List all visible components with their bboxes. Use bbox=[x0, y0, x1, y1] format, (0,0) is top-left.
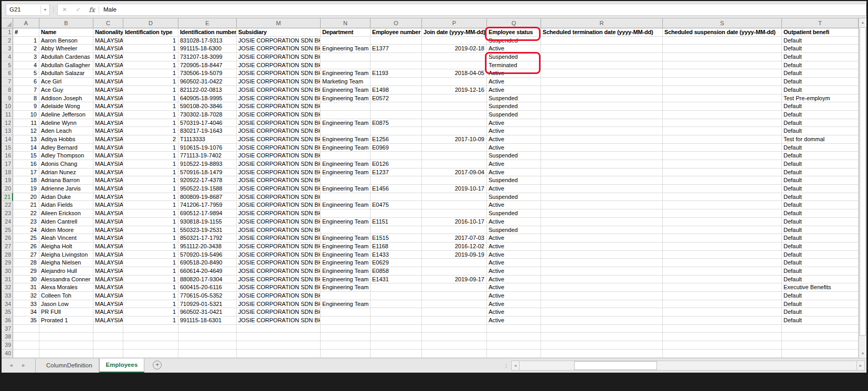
cell[interactable]: 4 bbox=[13, 61, 39, 70]
cell[interactable] bbox=[178, 350, 237, 358]
row-header[interactable]: 38 bbox=[2, 333, 13, 341]
cell[interactable]: 27 bbox=[13, 251, 39, 259]
row-header[interactable]: 25 bbox=[2, 226, 13, 235]
cell[interactable]: JOSIE CORPORATION SDN BHD bbox=[237, 185, 321, 193]
cell[interactable]: JOSIE CORPORATION SDN BHD bbox=[237, 53, 321, 61]
cell[interactable]: 991115-18-6300 bbox=[178, 45, 237, 53]
cell[interactable]: MALAYSIA bbox=[93, 127, 123, 135]
cell[interactable]: 831028-17-9313 bbox=[178, 37, 237, 45]
cell[interactable]: JOSIE CORPORATION SDN BHD bbox=[237, 242, 321, 251]
cell[interactable]: Suspended bbox=[487, 152, 541, 160]
cell[interactable]: MALAYSIA bbox=[93, 119, 123, 128]
cell[interactable]: 771113-19-7402 bbox=[178, 152, 237, 160]
cell[interactable] bbox=[371, 325, 422, 333]
cell[interactable]: E1456 bbox=[371, 185, 422, 193]
cell[interactable]: 35 bbox=[13, 316, 39, 325]
cell[interactable]: Adeline Wynn bbox=[39, 119, 93, 128]
cell[interactable] bbox=[422, 300, 487, 309]
cell[interactable]: 731207-18-3099 bbox=[178, 53, 237, 61]
row-header[interactable]: 19 bbox=[2, 176, 13, 185]
cell[interactable]: Engineering Team bbox=[321, 86, 371, 94]
cell[interactable] bbox=[663, 160, 782, 168]
row-header[interactable]: 20 bbox=[2, 185, 13, 193]
cell[interactable]: Active bbox=[487, 127, 541, 135]
cell[interactable] bbox=[663, 168, 782, 177]
cell[interactable]: Suspended bbox=[487, 37, 541, 45]
cell[interactable] bbox=[13, 325, 39, 333]
cell[interactable]: E1515 bbox=[371, 234, 422, 242]
cell[interactable] bbox=[13, 341, 39, 350]
cell[interactable]: JOSIE CORPORATION SDN BHD bbox=[237, 176, 321, 185]
scroll-up-icon[interactable]: ▲ bbox=[859, 18, 866, 27]
cell[interactable]: Active bbox=[487, 259, 541, 267]
cell[interactable] bbox=[541, 144, 663, 152]
cell[interactable] bbox=[541, 152, 663, 160]
cell[interactable]: MALAYSIA bbox=[93, 201, 123, 209]
cell[interactable]: 29 bbox=[13, 267, 39, 276]
cell[interactable] bbox=[663, 350, 782, 358]
cell[interactable]: 800809-19-8687 bbox=[178, 193, 237, 202]
cell[interactable]: Suspended bbox=[487, 102, 541, 111]
cell[interactable]: 690512-17-9894 bbox=[178, 209, 237, 218]
cell[interactable] bbox=[663, 135, 782, 144]
cell[interactable]: Active bbox=[487, 251, 541, 259]
cell[interactable] bbox=[39, 333, 93, 341]
cell[interactable]: 1 bbox=[123, 251, 178, 259]
formula-bar-splitter-icon[interactable]: ⋮ bbox=[50, 7, 57, 13]
cell[interactable]: Suspended bbox=[487, 53, 541, 61]
horizontal-scrollbar-thumb[interactable] bbox=[574, 361, 657, 370]
cell[interactable]: Aileen Erickson bbox=[39, 209, 93, 218]
cell[interactable]: 19 bbox=[13, 185, 39, 193]
cell[interactable]: 850321-17-1792 bbox=[178, 234, 237, 242]
cell[interactable]: MALAYSIA bbox=[93, 53, 123, 61]
row-header[interactable]: 23 bbox=[2, 209, 13, 218]
scroll-right-icon[interactable]: ► bbox=[856, 361, 865, 371]
cell[interactable]: MALAYSIA bbox=[93, 144, 123, 152]
cell[interactable] bbox=[422, 209, 487, 218]
cell[interactable]: Suspended bbox=[487, 193, 541, 202]
cell[interactable]: Default bbox=[782, 127, 859, 135]
cell[interactable] bbox=[663, 325, 782, 333]
cell[interactable]: Executive Benefits bbox=[782, 283, 859, 292]
cell[interactable]: MALAYSIA bbox=[93, 242, 123, 251]
cell[interactable]: Engineering Team bbox=[321, 94, 371, 103]
cell[interactable]: Default bbox=[782, 201, 859, 209]
cell[interactable]: 1 bbox=[123, 201, 178, 209]
row-header[interactable]: 11 bbox=[2, 111, 13, 119]
cell[interactable]: 1 bbox=[123, 176, 178, 185]
cell[interactable]: Suspended bbox=[487, 111, 541, 119]
cell[interactable]: 18 bbox=[13, 176, 39, 185]
name-box-dropdown-icon[interactable]: ▾ bbox=[41, 7, 49, 12]
cell[interactable]: 2019-02-18 bbox=[422, 45, 487, 53]
cell[interactable]: Default bbox=[782, 69, 859, 78]
cell[interactable]: Default bbox=[782, 152, 859, 160]
cell[interactable]: 830217-19-1643 bbox=[178, 127, 237, 135]
cell[interactable]: 33 bbox=[13, 300, 39, 309]
row-header[interactable]: 27 bbox=[2, 242, 13, 251]
cell[interactable] bbox=[541, 259, 663, 267]
cell[interactable]: Alden Cantrell bbox=[39, 218, 93, 226]
cell[interactable]: Aleigha Nielsen bbox=[39, 259, 93, 267]
cell[interactable] bbox=[541, 160, 663, 168]
row-header[interactable]: 17 bbox=[2, 160, 13, 168]
cell[interactable] bbox=[487, 341, 541, 350]
select-all-button[interactable] bbox=[2, 18, 13, 28]
cell[interactable] bbox=[663, 127, 782, 135]
cell[interactable]: Engineering Team bbox=[321, 201, 371, 209]
row-header[interactable]: 40 bbox=[2, 350, 13, 358]
cell[interactable] bbox=[13, 350, 39, 358]
cell[interactable]: 600415-20-6116 bbox=[178, 283, 237, 292]
cell[interactable] bbox=[371, 300, 422, 309]
scroll-down-icon[interactable]: ▼ bbox=[859, 350, 866, 358]
row-header[interactable]: 18 bbox=[2, 168, 13, 177]
cell[interactable] bbox=[663, 119, 782, 128]
cell[interactable] bbox=[541, 193, 663, 202]
cell[interactable]: Adley Bernard bbox=[39, 144, 93, 152]
cell[interactable]: # bbox=[13, 28, 39, 37]
cell[interactable] bbox=[237, 341, 321, 350]
row-header[interactable]: 10 bbox=[2, 102, 13, 111]
cell[interactable] bbox=[371, 316, 422, 325]
cell[interactable]: Alessandra Conner bbox=[39, 276, 93, 284]
cell[interactable]: JOSIE CORPORATION SDN BHD bbox=[237, 234, 321, 242]
cell[interactable]: Active bbox=[487, 135, 541, 144]
